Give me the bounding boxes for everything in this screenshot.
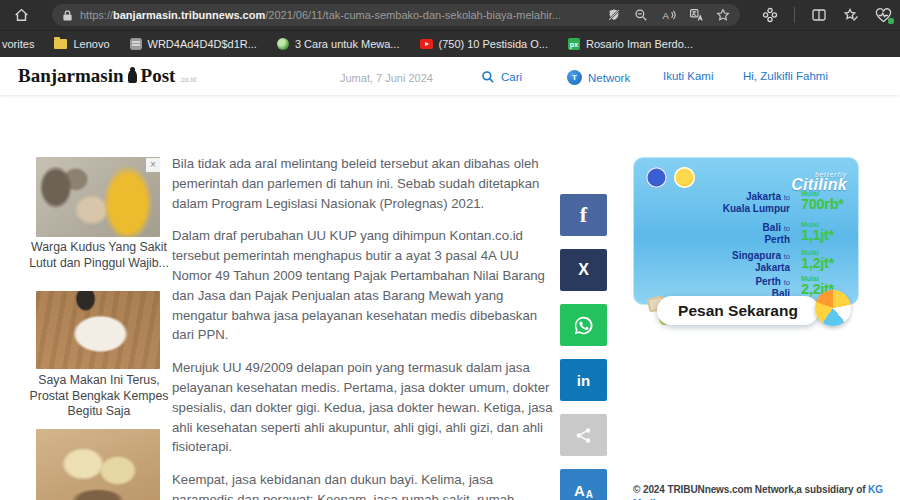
zoom-icon[interactable] — [634, 8, 648, 22]
ad-partner-logo-icon — [646, 167, 667, 188]
extensions-icon[interactable] — [762, 7, 778, 23]
page-favicon-icon — [130, 38, 142, 50]
left-ad-image-3[interactable] — [36, 429, 160, 500]
bookmark-wrd[interactable]: WRD4Ad4D4D$d1R... — [130, 38, 257, 50]
article-paragraph: Bila tidak ada aral melintang beleid ter… — [172, 154, 553, 213]
facebook-share-button[interactable]: f — [560, 194, 607, 236]
toolbar-divider — [794, 7, 795, 23]
article-body: Bila tidak ada aral melintang beleid ter… — [172, 154, 553, 500]
share-icon — [575, 427, 592, 444]
px-favicon-icon: px — [568, 38, 580, 50]
browser-toolbar: https://banjarmasin.tribunnews.com/2021/… — [0, 0, 900, 30]
font-size-button[interactable]: AA — [560, 469, 607, 500]
ad-sun-logo-icon — [674, 167, 695, 188]
search-icon — [481, 70, 495, 84]
home-icon[interactable] — [12, 7, 30, 23]
globe-favicon-icon — [277, 38, 289, 50]
linkedin-share-button[interactable]: in — [560, 359, 607, 401]
article-paragraph: Dalam draf perubahan UU KUP yang dihimpu… — [172, 226, 553, 345]
header-date: Jumat, 7 Juni 2024 — [340, 72, 433, 84]
left-ad-image-2[interactable] — [36, 291, 160, 369]
youtube-icon — [420, 39, 433, 49]
footer-copyright: © 2024 TRIBUNnews.com Network,a subsidia… — [633, 483, 899, 500]
bookmark-lenovo[interactable]: Lenovo — [54, 38, 109, 50]
left-ad-image-1[interactable] — [36, 157, 160, 237]
whatsapp-share-button[interactable] — [560, 304, 607, 346]
lock-icon — [62, 9, 73, 22]
ad-cta-button[interactable]: Pesan Sekarang — [657, 296, 819, 325]
whatsapp-icon — [573, 315, 594, 336]
collections-icon[interactable] — [843, 7, 859, 23]
url-text[interactable]: https://banjarmasin.tribunnews.com/2021/… — [80, 9, 599, 21]
bookmark-pestisida[interactable]: (750) 10 Pestisida O... — [420, 38, 548, 50]
x-share-button[interactable]: X — [560, 249, 607, 291]
address-bar[interactable]: https://banjarmasin.tribunnews.com/2021/… — [52, 4, 740, 26]
follow-us-menu[interactable]: Ikuti Kami — [663, 70, 714, 82]
browser-essentials-icon[interactable] — [875, 8, 892, 23]
beach-ball-icon — [815, 290, 851, 326]
citilink-ad[interactable]: betterflyCitilink Jakarta toKuala Lumpur… — [633, 157, 859, 305]
share-buttons: f X in AA — [560, 194, 607, 500]
folder-icon — [54, 39, 67, 49]
bookmark-3cara[interactable]: 3 Cara untuk Mewa... — [277, 38, 400, 50]
user-greeting[interactable]: Hi, Zulkifli Fahmi — [743, 70, 828, 82]
left-ad-headline-2[interactable]: Saya Makan Ini Terus, Prostat Bengkak Ke… — [28, 373, 170, 420]
close-icon[interactable]: × — [146, 158, 160, 172]
network-menu[interactable]: T Network — [567, 70, 630, 85]
essentials-badge — [888, 18, 894, 24]
bookmark-favorites[interactable]: vorites — [2, 38, 34, 50]
ad-route-row: Bali toPerth Mulai1,1jt* — [634, 220, 860, 247]
svg-text:A: A — [662, 10, 669, 21]
article-paragraph: Merujuk UU 49/2009 delapan poin yang ter… — [172, 358, 553, 457]
ad-route-row: Singapura toJakarta Mulai1,2jt* — [634, 248, 860, 275]
translate-icon[interactable] — [689, 8, 703, 22]
favorite-star-icon[interactable] — [716, 8, 730, 22]
bookmark-rosario[interactable]: pxRosario Iman Berdo... — [568, 38, 693, 50]
shield-slash-icon[interactable] — [607, 8, 621, 22]
share-more-button[interactable] — [560, 414, 607, 456]
tribun-network-icon: T — [567, 70, 582, 85]
search-button[interactable]: Cari — [481, 70, 522, 84]
article-paragraph: Keempat, jasa kebidanan dan dukun bayi. … — [172, 470, 553, 500]
bookmarks-bar: vorites Lenovo WRD4Ad4D4D$d1R... 3 Cara … — [0, 30, 900, 57]
logo-emblem-icon — [128, 70, 137, 83]
read-aloud-icon[interactable]: A — [661, 8, 676, 22]
page-content: Banjarmasin Post .co.id Jumat, 7 Juni 20… — [0, 57, 900, 500]
left-ad-headline-1[interactable]: Warga Kudus Yang Sakit Lutut dan Pinggul… — [28, 240, 170, 271]
site-logo[interactable]: Banjarmasin Post .co.id — [18, 65, 196, 87]
split-screen-icon[interactable] — [811, 7, 827, 23]
ad-route-row: Jakarta toKuala Lumpur Mulai700rb* — [634, 189, 860, 216]
site-header: Banjarmasin Post .co.id Jumat, 7 Juni 20… — [0, 57, 900, 95]
